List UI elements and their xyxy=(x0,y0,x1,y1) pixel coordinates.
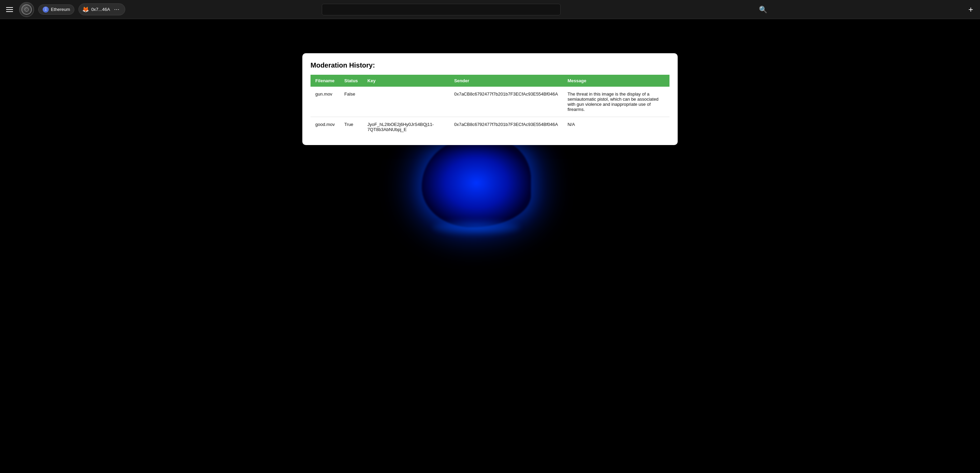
col-header-key: Key xyxy=(363,75,449,87)
cell-sender: 0x7aCB8c6792477f7b201b7F3ECfAc93E554Bf04… xyxy=(449,87,563,117)
wallet-badge[interactable]: 🦊 0x7...46A ⋯ xyxy=(78,3,125,15)
panel-title: Moderation History: xyxy=(310,61,670,69)
search-input[interactable] xyxy=(322,4,561,15)
cell-key xyxy=(363,87,449,117)
navbar: Ξ Ethereum 🦊 0x7...46A ⋯ 🔍 + xyxy=(0,0,980,19)
wallet-address: 0x7...46A xyxy=(91,7,110,12)
main-content: Moderation History: Filename Status Key … xyxy=(0,53,980,473)
cell-filename: gun.mov xyxy=(310,87,339,117)
ethereum-icon: Ξ xyxy=(43,6,49,13)
col-header-message: Message xyxy=(563,75,670,87)
cell-message: The threat in this image is the display … xyxy=(563,87,670,117)
col-header-sender: Sender xyxy=(449,75,563,87)
table-row: good.movTrueJyoF_hL2IbOE2j6Hy0JrS4BQj11-… xyxy=(310,117,670,137)
blob-shape xyxy=(422,139,531,227)
moderation-panel: Moderation History: Filename Status Key … xyxy=(302,53,678,145)
cell-filename: good.mov xyxy=(310,117,339,137)
table-row: gun.movFalse0x7aCB8c6792477f7b201b7F3ECf… xyxy=(310,87,670,117)
network-badge: Ξ Ethereum xyxy=(38,5,75,15)
moderation-table: Filename Status Key Sender Message gun.m… xyxy=(310,75,670,137)
search-icon: 🔍 xyxy=(759,6,767,13)
wallet-more-button[interactable]: ⋯ xyxy=(112,5,121,13)
cell-status: True xyxy=(339,117,363,137)
cell-message: N/A xyxy=(563,117,670,137)
col-header-filename: Filename xyxy=(310,75,339,87)
add-button[interactable]: + xyxy=(966,3,976,16)
search-button[interactable]: 🔍 xyxy=(757,3,770,16)
cell-sender: 0x7aCB8c6792477f7b201b7F3ECfAc93E554Bf04… xyxy=(449,117,563,137)
hamburger-button[interactable] xyxy=(4,5,15,14)
add-icon: + xyxy=(969,5,973,14)
search-container xyxy=(322,4,561,15)
network-name: Ethereum xyxy=(51,7,70,12)
col-header-status: Status xyxy=(339,75,363,87)
table-header-row: Filename Status Key Sender Message xyxy=(310,75,670,87)
app-logo xyxy=(19,2,34,17)
cell-key: JyoF_hL2IbOE2j6Hy0JrS4BQj11-7QT8b3AbNUbp… xyxy=(363,117,449,137)
blob-visual xyxy=(422,139,558,241)
cell-status: False xyxy=(339,87,363,117)
wallet-icon: 🦊 xyxy=(82,6,89,13)
